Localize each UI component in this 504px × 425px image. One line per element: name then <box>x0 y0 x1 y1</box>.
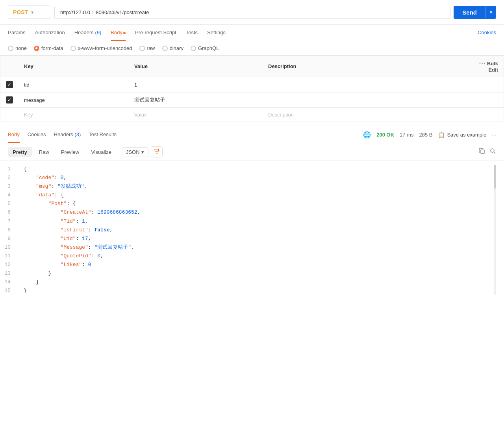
table-header-description: Description <box>263 56 465 77</box>
json-line-14: } <box>24 278 494 286</box>
request-tabs: Params Authorization Headers (9) Body Pr… <box>0 25 504 41</box>
send-button[interactable]: Send ▾ <box>454 6 496 19</box>
json-line-3: "msg": "发贴成功", <box>24 182 494 191</box>
radio-none-circle <box>8 46 13 51</box>
copy-button[interactable] <box>479 148 485 156</box>
table-header-value: Value <box>129 56 263 77</box>
json-line-15: } <box>24 286 494 295</box>
radio-urlencoded-circle <box>70 46 76 51</box>
url-input[interactable] <box>54 6 450 19</box>
resp-tab-body[interactable]: Body <box>8 127 20 143</box>
row2-description[interactable] <box>263 92 465 108</box>
row3-key-placeholder: Key <box>24 112 33 118</box>
bulk-edit-dots[interactable]: ··· <box>479 60 485 67</box>
radio-binary[interactable]: binary <box>162 45 183 51</box>
radio-form-data-circle <box>34 46 39 51</box>
row1-checkmark[interactable]: ✓ <box>6 81 13 88</box>
resp-tab-headers[interactable]: Headers (3) <box>54 127 81 143</box>
format-tab-visualize[interactable]: Visualize <box>86 147 116 157</box>
body-dot <box>123 32 126 34</box>
json-line-8: "IsFirst": false, <box>24 226 494 235</box>
table-row: ✓ tid 1 <box>0 77 504 92</box>
row2-checkbox-cell[interactable]: ✓ <box>0 92 19 108</box>
tab-params[interactable]: Params <box>8 25 26 41</box>
scrollbar[interactable] <box>494 165 496 295</box>
table-header-check <box>0 56 19 77</box>
tab-cookies[interactable]: Cookies <box>478 25 496 41</box>
format-tab-preview[interactable]: Preview <box>56 147 84 157</box>
row1-actions <box>465 77 504 92</box>
bulk-edit-button[interactable]: Bulk Edit <box>487 61 498 73</box>
response-tabs: Body Cookies Headers (3) Test Results <box>8 127 117 143</box>
radio-binary-circle <box>162 46 168 51</box>
radio-urlencoded-label: x-www-form-urlencoded <box>78 45 132 51</box>
radio-none[interactable]: none <box>8 45 27 51</box>
globe-icon: 🌐 <box>363 131 371 139</box>
send-label: Send <box>454 6 485 19</box>
radio-raw-circle <box>139 46 145 51</box>
save-as-example-button[interactable]: 📋 Save as example <box>438 132 486 138</box>
format-tab-raw[interactable]: Raw <box>34 147 54 157</box>
radio-graphql[interactable]: GraphQL <box>191 45 219 51</box>
body-type-row: none form-data x-www-form-urlencoded raw… <box>0 41 504 55</box>
json-line-6: "CreateAt": 1699686863652, <box>24 208 494 217</box>
radio-urlencoded[interactable]: x-www-form-urlencoded <box>70 45 132 51</box>
resp-tab-test-results[interactable]: Test Results <box>89 127 117 143</box>
json-line-5: "Post": { <box>24 200 494 208</box>
filter-button[interactable] <box>151 146 163 157</box>
row1-description[interactable] <box>263 77 465 92</box>
form-data-table: Key Value Description ··· Bulk Edit ✓ ti… <box>0 55 504 122</box>
row2-actions <box>465 92 504 108</box>
method-select[interactable]: POST ▼ <box>8 6 51 19</box>
radio-raw[interactable]: raw <box>139 45 155 51</box>
row2-key[interactable]: message <box>19 92 129 108</box>
row3-value[interactable]: Value <box>129 108 263 122</box>
resp-tab-cookies[interactable]: Cookies <box>28 127 46 143</box>
save-example-label: Save as example <box>447 132 486 138</box>
response-size: 285 B <box>419 132 432 138</box>
method-label: POST <box>13 9 28 15</box>
table-header-actions: ··· Bulk Edit <box>465 56 504 77</box>
json-format-label: JSON <box>126 149 140 155</box>
radio-none-label: none <box>15 45 27 51</box>
row3-desc-placeholder: Description <box>268 112 294 118</box>
json-format-select[interactable]: JSON ▾ <box>122 147 148 157</box>
json-line-10: "Message": "测试回复帖子", <box>24 243 494 252</box>
response-format-bar: Pretty Raw Preview Visualize JSON ▾ <box>0 143 504 161</box>
radio-graphql-label: GraphQL <box>198 45 219 51</box>
radio-form-data[interactable]: form-data <box>34 45 63 51</box>
radio-graphql-circle <box>191 46 196 51</box>
json-line-12: "Likes": 0 <box>24 261 494 269</box>
row1-key[interactable]: tid <box>19 77 129 92</box>
json-line-7: "Tid": 1, <box>24 217 494 226</box>
tab-settings[interactable]: Settings <box>207 25 226 41</box>
row1-checkbox-cell[interactable]: ✓ <box>0 77 19 92</box>
headers-badge: (9) <box>95 30 101 35</box>
tab-pre-request[interactable]: Pre-request Script <box>135 25 176 41</box>
search-button[interactable] <box>490 148 496 156</box>
format-tab-pretty[interactable]: Pretty <box>8 147 32 157</box>
row2-value[interactable]: 测试回复帖子 <box>129 92 263 108</box>
response-time: 17 ms <box>400 132 413 138</box>
send-arrow-icon[interactable]: ▾ <box>485 7 496 18</box>
filter-icon <box>154 149 160 155</box>
response-tabs-row: Body Cookies Headers (3) Test Results 🌐 … <box>0 127 504 143</box>
row3-key[interactable]: Key <box>19 108 129 122</box>
method-chevron-icon: ▼ <box>30 10 34 15</box>
radio-binary-label: binary <box>170 45 183 51</box>
row1-value[interactable]: 1 <box>129 77 263 92</box>
json-content: { "code": 0, "msg": "发贴成功", "data": { "P… <box>24 165 494 295</box>
json-line-13: } <box>24 269 494 278</box>
tab-authorization[interactable]: Authorization <box>35 25 65 41</box>
tab-tests[interactable]: Tests <box>186 25 198 41</box>
more-options-icon[interactable]: ··· <box>492 132 496 138</box>
row2-checkmark[interactable]: ✓ <box>6 96 13 103</box>
json-viewer: 12345 678910 1112131415 { "code": 0, "ms… <box>0 161 504 299</box>
response-meta: 🌐 200 OK 17 ms 285 B 📋 Save as example ·… <box>363 131 496 139</box>
tab-body[interactable]: Body <box>111 25 126 41</box>
row3-checkbox-cell <box>0 108 19 122</box>
tab-headers[interactable]: Headers (9) <box>74 25 102 41</box>
json-line-1: { <box>24 165 494 174</box>
scrollbar-thumb[interactable] <box>494 165 496 188</box>
row3-description[interactable]: Description <box>263 108 465 122</box>
